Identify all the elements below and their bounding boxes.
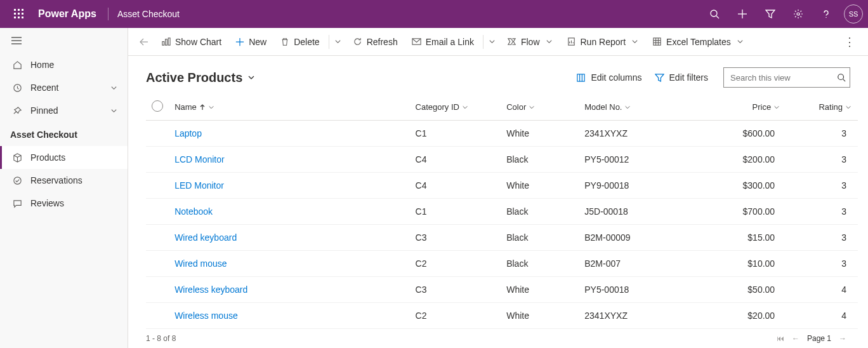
back-button[interactable]: [135, 37, 154, 47]
excel-icon: [652, 37, 662, 46]
table-row[interactable]: Wireless keyboardC3WhitePY5-00018$50.004: [146, 277, 858, 303]
waffle-button[interactable]: [5, 9, 33, 19]
cell-name: LCD Monitor: [174, 147, 415, 173]
search-input[interactable]: [730, 73, 837, 83]
row-select[interactable]: [146, 173, 174, 199]
col-model[interactable]: Model No.: [584, 94, 702, 121]
select-all[interactable]: [146, 94, 174, 121]
app-context[interactable]: Asset Checkout: [117, 9, 180, 19]
app-brand[interactable]: Power Apps: [33, 8, 102, 20]
nav-collapse-button[interactable]: [0, 28, 128, 53]
cell-price: $15.00: [702, 225, 786, 251]
cmd-email-link[interactable]: Email a Link: [405, 33, 480, 51]
page-next[interactable]: →: [835, 334, 850, 343]
trash-icon: [280, 37, 289, 46]
cmd-excel-templates[interactable]: Excel Templates: [646, 33, 750, 51]
table-row[interactable]: LaptopC1White2341XYXZ$600.003: [146, 121, 858, 147]
cmd-show-chart[interactable]: Show Chart: [155, 33, 228, 51]
cmd-label: New: [249, 37, 266, 47]
nav-section-title: Asset Checkout: [0, 122, 128, 146]
chat-icon: [10, 199, 24, 208]
col-rating[interactable]: Rating: [786, 94, 858, 121]
record-link[interactable]: Laptop: [174, 128, 202, 138]
cmd-run-report[interactable]: Run Report: [560, 33, 645, 51]
table-row[interactable]: Wired mouseC2BlackB2M-007$10.003: [146, 251, 858, 277]
record-link[interactable]: LCD Monitor: [174, 154, 225, 164]
cell-color: White: [506, 173, 584, 199]
filter-icon[interactable]: [756, 0, 784, 28]
col-category[interactable]: Category ID: [416, 94, 507, 121]
row-select[interactable]: [146, 303, 174, 329]
page-prev[interactable]: ←: [788, 334, 803, 343]
chevron-down-icon: [546, 38, 553, 45]
nav-reservations[interactable]: Reservations: [0, 169, 128, 192]
col-price[interactable]: Price: [702, 94, 786, 121]
nav-recent[interactable]: Recent: [0, 76, 128, 99]
nav-products[interactable]: Products: [0, 146, 128, 169]
svg-rect-23: [166, 39, 168, 45]
table-row[interactable]: LED MonitorC4WhitePY9-00018$300.003: [146, 173, 858, 199]
row-select[interactable]: [146, 121, 174, 147]
plus-icon: [235, 37, 244, 46]
cmd-delete-dropdown[interactable]: [332, 34, 345, 49]
table-row[interactable]: NotebookC1BlackJ5D-00018$700.003: [146, 199, 858, 225]
settings-icon[interactable]: [784, 0, 812, 28]
nav-reviews[interactable]: Reviews: [0, 192, 128, 215]
nav-pinned[interactable]: Pinned: [0, 99, 128, 122]
record-link[interactable]: Wired keyboard: [174, 232, 237, 243]
cell-rating: 4: [786, 277, 858, 303]
chevron-down-icon: [247, 74, 255, 81]
cmd-email-dropdown[interactable]: [486, 34, 499, 49]
row-select[interactable]: [146, 225, 174, 251]
row-select[interactable]: [146, 199, 174, 225]
table-row[interactable]: Wired keyboardC3BlackB2M-00009$15.003: [146, 225, 858, 251]
svg-rect-7: [18, 17, 20, 18]
cell-name: Wired keyboard: [174, 225, 415, 251]
edit-columns-button[interactable]: Edit columns: [570, 69, 648, 86]
table-row[interactable]: Wireless mouseC2White2341XYXZ$20.004: [146, 303, 858, 329]
cell-rating: 4: [786, 303, 858, 329]
cmd-label: Refresh: [367, 37, 398, 47]
col-color[interactable]: Color: [506, 94, 584, 121]
svg-rect-5: [22, 13, 23, 15]
user-avatar[interactable]: SS: [844, 4, 863, 23]
nav-label: Pinned: [30, 105, 58, 116]
add-icon[interactable]: [728, 0, 756, 28]
col-name[interactable]: Name: [174, 94, 415, 121]
row-select[interactable]: [146, 251, 174, 277]
chevron-down-icon: [462, 104, 468, 110]
row-select[interactable]: [146, 277, 174, 303]
nav-label: Reservations: [30, 175, 82, 185]
row-select[interactable]: [146, 147, 174, 173]
record-link[interactable]: Wired mouse: [174, 258, 227, 269]
cmd-overflow[interactable]: ⋮: [838, 31, 862, 53]
page-first[interactable]: ⏮: [773, 334, 788, 343]
nav-home[interactable]: Home: [0, 53, 128, 76]
chevron-down-icon: [845, 104, 852, 110]
search-icon: [837, 73, 846, 82]
table-row[interactable]: LCD MonitorC4BlackPY5-00012$200.003: [146, 147, 858, 173]
record-link[interactable]: Wireless mouse: [174, 311, 238, 321]
record-link[interactable]: Wireless keyboard: [174, 284, 247, 295]
cmd-refresh[interactable]: Refresh: [346, 33, 404, 51]
data-grid: Name Category ID Color Model No. Price R…: [128, 94, 868, 329]
record-link[interactable]: LED Monitor: [174, 180, 224, 191]
cmd-new[interactable]: New: [229, 33, 273, 51]
command-bar: Show Chart New Delete Refresh Email a Li…: [128, 28, 868, 56]
svg-line-10: [716, 16, 719, 18]
nav-label: Home: [30, 60, 54, 70]
record-link[interactable]: Notebook: [174, 206, 213, 217]
cell-price: $300.00: [702, 173, 786, 199]
edit-filters-button[interactable]: Edit filters: [648, 69, 714, 86]
cmd-delete[interactable]: Delete: [274, 33, 326, 51]
app-header: Power Apps Asset Checkout SS: [0, 0, 868, 28]
search-icon[interactable]: [700, 0, 728, 28]
cell-name: Wired mouse: [174, 251, 415, 277]
chevron-down-icon: [110, 107, 117, 114]
search-box[interactable]: [723, 67, 850, 88]
cmd-flow[interactable]: Flow: [501, 33, 559, 51]
help-icon[interactable]: [812, 0, 840, 28]
report-icon: [567, 37, 576, 46]
svg-point-41: [838, 74, 844, 80]
view-title[interactable]: Active Products: [146, 70, 255, 85]
